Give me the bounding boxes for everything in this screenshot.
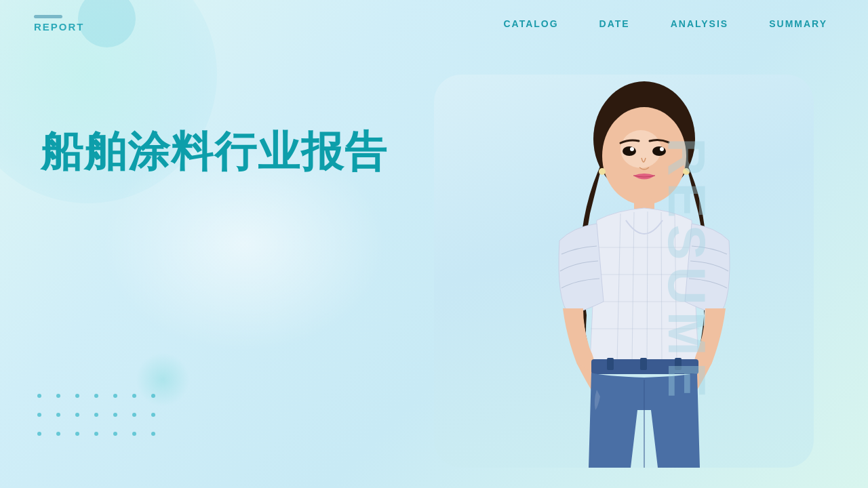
svg-rect-21 [607,358,614,370]
main-title: 船舶涂料行业报告 [41,129,388,175]
dot [75,432,79,436]
nav-items: CATALOG DATE ANALYSIS SUMMARY [503,18,827,29]
report-label: REPORT [34,21,85,33]
dot [37,394,41,398]
dot [132,413,136,417]
svg-rect-23 [640,358,647,370]
top-navigation: REPORT CATALOG DATE ANALYSIS SUMMARY [0,0,868,47]
report-bar-decoration [34,15,62,18]
model-svg [515,78,773,468]
svg-point-3 [623,146,636,156]
model-figure-area [475,75,814,468]
svg-point-4 [652,146,666,156]
dot [113,413,117,417]
dot [75,413,79,417]
svg-point-8 [683,168,690,175]
dot [151,394,155,398]
dot-grid-decoration [37,394,163,444]
image-card: RESUME [434,75,814,468]
dot [56,413,60,417]
dot [37,432,41,436]
nav-logo-area: REPORT [34,15,85,33]
nav-item-catalog[interactable]: CATALOG [503,18,558,29]
dot [37,413,41,417]
dot [132,432,136,436]
dot [132,394,136,398]
svg-point-5 [630,147,634,151]
nav-item-date[interactable]: DATE [599,18,630,29]
dot [94,413,98,417]
dot [151,432,155,436]
dot [94,432,98,436]
nav-item-analysis[interactable]: ANALYSIS [671,18,729,29]
dot [113,432,117,436]
svg-point-6 [660,147,664,151]
dot [113,394,117,398]
dot [75,394,79,398]
svg-rect-22 [675,358,682,370]
dot [56,394,60,398]
dot [151,413,155,417]
nav-item-summary[interactable]: SUMMARY [769,18,827,29]
svg-point-7 [599,168,606,175]
dot [56,432,60,436]
dot [94,394,98,398]
